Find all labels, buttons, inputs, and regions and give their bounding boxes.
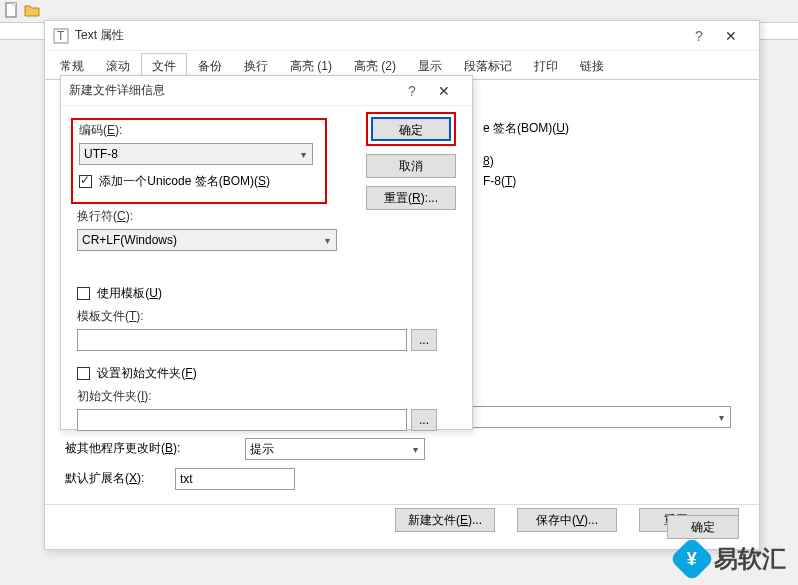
ext-label: 默认扩展名(X): (65, 470, 144, 487)
chevron-down-icon: ▾ (301, 149, 306, 160)
svg-text:T: T (57, 29, 65, 43)
chevron-down-icon: ▾ (719, 412, 724, 423)
sub-body: 编码(E): UTF-8 ▾ 添加一个Unicode 签名(BOM)(S) 换行… (61, 106, 472, 443)
partial-8-label: 8) (483, 154, 494, 168)
sub-titlebar: 新建文件详细信息 ? ✕ (61, 76, 472, 106)
text-properties-titlebar: T Text 属性 ? ✕ (45, 21, 759, 51)
logo-text: 易软汇 (714, 543, 786, 575)
sub-reset-button[interactable]: 重置(R):... (366, 186, 456, 210)
init-folder-label: 初始文件夹(I): (77, 388, 456, 405)
app-toolbar (0, 0, 798, 22)
template-checkbox-row[interactable]: 使用模板(U) (77, 285, 456, 302)
newline-value: CR+LF(Windows) (82, 233, 177, 247)
ok-highlight-box: 确定 (366, 112, 456, 146)
help-button[interactable]: ? (687, 28, 711, 44)
new-file-details-dialog: 新建文件详细信息 ? ✕ 编码(E): UTF-8 ▾ 添加一个Unicode … (60, 75, 473, 430)
chevron-down-icon: ▾ (413, 444, 418, 455)
folder-checkbox-row[interactable]: 设置初始文件夹(F) (77, 365, 456, 382)
modified-value: 提示 (250, 441, 274, 458)
encoding-label: 编码(E): (79, 122, 319, 139)
partial-bom-label: e 签名(BOM)(U) (483, 120, 569, 137)
close-button[interactable]: ✕ (711, 28, 751, 44)
template-file-input[interactable] (77, 329, 407, 351)
template-label: 使用模板(U) (97, 286, 162, 300)
newline-dropdown[interactable]: CR+LF(Windows) ▾ (77, 229, 337, 251)
ext-input[interactable]: txt (175, 468, 295, 490)
folder-checkbox[interactable] (77, 367, 90, 380)
template-browse-button[interactable]: ... (411, 329, 437, 351)
chevron-down-icon: ▾ (325, 235, 330, 246)
template-file-label: 模板文件(T): (77, 308, 456, 325)
sub-title: 新建文件详细信息 (69, 82, 400, 99)
new-doc-icon[interactable] (4, 2, 22, 20)
bom-label: 添加一个Unicode 签名(BOM)(S) (99, 174, 270, 188)
template-checkbox[interactable] (77, 287, 90, 300)
sub-ok-button[interactable]: 确定 (371, 117, 451, 141)
sub-close-button[interactable]: ✕ (424, 83, 464, 99)
encoding-dropdown[interactable]: UTF-8 ▾ (79, 143, 313, 165)
folder-label: 设置初始文件夹(F) (97, 366, 196, 380)
bom-checkbox-row[interactable]: 添加一个Unicode 签名(BOM)(S) (79, 171, 319, 192)
folder-browse-button[interactable]: ... (411, 409, 437, 431)
sub-help-button[interactable]: ? (400, 83, 424, 99)
main-ok-button[interactable]: 确定 (667, 515, 739, 539)
open-folder-icon[interactable] (24, 2, 42, 20)
logo-icon: ¥ (669, 536, 714, 581)
watermark-logo: ¥ 易软汇 (676, 543, 786, 575)
encoding-value: UTF-8 (84, 147, 118, 161)
svg-rect-1 (13, 3, 16, 6)
tab-link[interactable]: 链接 (569, 53, 615, 79)
newline-label: 换行符(C): (77, 208, 456, 225)
encoding-highlight-box: 编码(E): UTF-8 ▾ 添加一个Unicode 签名(BOM)(S) (71, 118, 327, 204)
app-icon: T (53, 28, 69, 44)
partial-utf8-label: F-8(T) (483, 174, 516, 188)
init-folder-input[interactable] (77, 409, 407, 431)
bom-checkbox[interactable] (79, 175, 92, 188)
tab-print[interactable]: 打印 (523, 53, 569, 79)
ext-value: txt (180, 472, 193, 486)
dialog-title: Text 属性 (75, 27, 687, 44)
sub-cancel-button[interactable]: 取消 (366, 154, 456, 178)
